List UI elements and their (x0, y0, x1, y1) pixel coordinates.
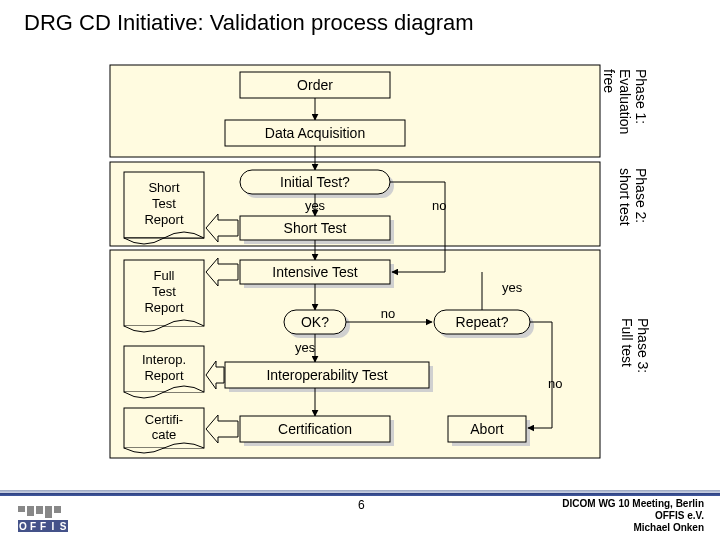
page-number: 6 (358, 498, 365, 512)
svg-text:Intensive Test: Intensive Test (272, 264, 357, 280)
svg-text:Interop.Report: Interop.Report (142, 352, 186, 383)
svg-text:Full test: Full test (619, 318, 635, 367)
phase1-label: Phase 1: (633, 69, 649, 124)
footer-credits: DICOM WG 10 Meeting, Berlin OFFIS e.V. M… (562, 498, 704, 534)
svg-text:OK?: OK? (301, 314, 329, 330)
svg-text:Interoperability Test: Interoperability Test (266, 367, 387, 383)
svg-text:Short Test: Short Test (284, 220, 347, 236)
svg-text:Certification: Certification (278, 421, 352, 437)
svg-text:Phase 3:: Phase 3: (635, 318, 651, 373)
svg-text:Order: Order (297, 77, 333, 93)
svg-text:Abort: Abort (470, 421, 504, 437)
phase2-label: Phase 2: (633, 168, 649, 223)
svg-text:no: no (432, 198, 446, 213)
svg-text:no: no (381, 306, 395, 321)
svg-text:Evaluation: Evaluation (617, 69, 633, 134)
svg-text:free: free (601, 69, 617, 93)
svg-text:Repeat?: Repeat? (456, 314, 509, 330)
svg-text:Phase 2:: Phase 2: (633, 168, 649, 223)
offis-logo: OFFIS (18, 506, 68, 532)
svg-text:yes: yes (305, 198, 326, 213)
svg-text:yes: yes (502, 280, 523, 295)
svg-text:Phase 1:: Phase 1: (633, 69, 649, 124)
interop-report-doc: Interop.Report (124, 346, 204, 398)
footer-divider (0, 490, 720, 496)
certificate-doc: Certifi-cate (124, 408, 204, 453)
process-diagram: Phase 1: Evaluation free Phase 2: short … (0, 0, 720, 540)
phase3-label: Phase 3: (635, 318, 651, 373)
svg-text:short test: short test (617, 168, 633, 226)
svg-text:no: no (548, 376, 562, 391)
svg-text:Data Acquisition: Data Acquisition (265, 125, 365, 141)
svg-text:Initial Test?: Initial Test? (280, 174, 350, 190)
full-test-report-doc: FullTestReport (124, 260, 204, 332)
short-test-report-doc: ShortTestReport (124, 172, 204, 244)
svg-text:yes: yes (295, 340, 316, 355)
